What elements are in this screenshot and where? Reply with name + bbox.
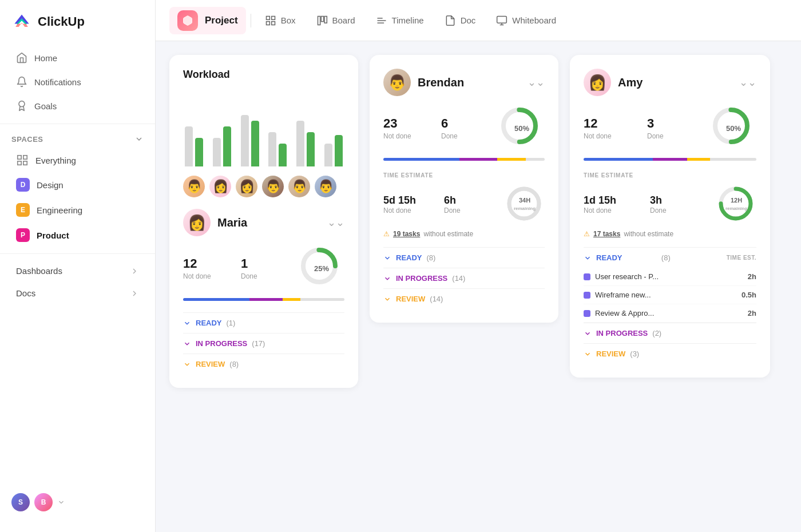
amy-pb-yellow bbox=[687, 158, 710, 161]
bar-gray-5 bbox=[296, 121, 304, 166]
brendan-time-label: TIME ESTIMATE bbox=[383, 172, 545, 178]
svg-rect-9 bbox=[318, 16, 320, 25]
sidebar-item-everything[interactable]: Everything bbox=[5, 149, 150, 172]
task-item-3[interactable]: Review & Appro... 2h bbox=[584, 304, 756, 323]
brendan-ready-row[interactable]: READY (8) bbox=[383, 247, 545, 268]
user-avatar-s[interactable]: S bbox=[11, 493, 30, 511]
sidebar-item-goals[interactable]: Goals bbox=[5, 94, 150, 117]
sidebar-item-product[interactable]: P Product bbox=[5, 223, 150, 247]
maria-chevron[interactable]: ⌄⌄ bbox=[327, 216, 344, 229]
amy-review-row[interactable]: REVIEW (3) bbox=[584, 343, 756, 364]
maria-review-label: REVIEW bbox=[196, 360, 225, 368]
svg-rect-1 bbox=[18, 156, 21, 159]
amy-time-nd-label: Not done bbox=[584, 207, 650, 215]
bar-group-4 bbox=[267, 98, 289, 166]
amy-donut: 50% bbox=[711, 105, 756, 151]
dashboards-label: Dashboards bbox=[16, 266, 62, 276]
sidebar-item-engineering[interactable]: E Engineering bbox=[5, 198, 150, 222]
amy-time: TIME ESTIMATE 1d 15h Not done 3h Done bbox=[584, 172, 756, 238]
brendan-info: 👨 Brendan bbox=[383, 69, 464, 96]
amy-time-total: 12H remaining bbox=[725, 197, 747, 212]
topnav-doc[interactable]: Doc bbox=[435, 10, 485, 31]
maria-done-num: 1 bbox=[241, 256, 299, 271]
sidebar-item-goals-label: Goals bbox=[34, 101, 57, 111]
amy-ready-row[interactable]: READY (8) TIME EST. bbox=[584, 247, 756, 268]
sidebar-item-notifications[interactable]: Notifications bbox=[5, 70, 150, 93]
amy-ready-count: (8) bbox=[661, 253, 722, 262]
svg-rect-4 bbox=[23, 161, 27, 165]
workload-chart bbox=[183, 92, 344, 166]
cube-icon bbox=[182, 15, 193, 26]
amy-not-done-num: 12 bbox=[584, 116, 647, 131]
amy-info: 👩 Amy bbox=[584, 69, 643, 96]
amy-warning-tasks[interactable]: 17 tasks bbox=[593, 230, 620, 238]
sidebar: ClickUp Home Notifications Goals Spaces … bbox=[0, 0, 156, 532]
svg-rect-5 bbox=[266, 16, 269, 19]
chevron-right-icon-2 bbox=[130, 289, 139, 298]
amy-card: 👩 Amy ⌄⌄ 12 Not done 3 Done bbox=[570, 55, 770, 378]
bar-green-1 bbox=[195, 138, 203, 166]
amy-chevron[interactable]: ⌄⌄ bbox=[739, 76, 756, 89]
brendan-chevron[interactable]: ⌄⌄ bbox=[528, 76, 545, 89]
brendan-time-d-num: 6h bbox=[444, 194, 505, 207]
topnav-board[interactable]: Board bbox=[307, 10, 364, 31]
design-badge: D bbox=[16, 178, 30, 192]
docs-label: Docs bbox=[16, 288, 35, 298]
brendan-review-row[interactable]: REVIEW (14) bbox=[383, 288, 545, 309]
nav-divider bbox=[0, 124, 155, 124]
nav-divider-2 bbox=[0, 253, 155, 254]
brendan-time-total: 34H remaining bbox=[514, 197, 536, 212]
maria-pb-gray bbox=[300, 298, 344, 301]
maria-review-row[interactable]: REVIEW (8) bbox=[183, 354, 344, 374]
sidebar-item-home[interactable]: Home bbox=[5, 46, 150, 69]
user-avatar-b[interactable]: B bbox=[34, 493, 53, 511]
brendan-pb-blue bbox=[383, 158, 459, 161]
bar-gray-4 bbox=[268, 132, 276, 166]
maria-stats: 12 Not done 1 Done 25% bbox=[183, 245, 344, 291]
avatar-4: 👨 bbox=[262, 176, 284, 197]
maria-avatar-face: 👩 bbox=[188, 214, 206, 232]
svg-rect-8 bbox=[271, 21, 275, 25]
sidebar-item-design[interactable]: D Design bbox=[5, 173, 150, 197]
project-icon bbox=[177, 10, 198, 31]
sidebar-item-docs[interactable]: Docs bbox=[5, 283, 150, 304]
task-item-2[interactable]: Wireframe new... 0.5h bbox=[584, 286, 756, 304]
maria-progress-row[interactable]: IN PROGRESS (17) bbox=[183, 333, 344, 354]
maria-progress-count: (17) bbox=[252, 339, 265, 348]
topnav-box[interactable]: Box bbox=[256, 10, 305, 31]
warning-icon-amy: ⚠ bbox=[584, 230, 590, 238]
maria-ready-row[interactable]: READY (1) bbox=[183, 312, 344, 333]
brendan-not-done-num: 23 bbox=[383, 116, 441, 131]
brendan-time: TIME ESTIMATE 5d 15h Not done 6h Done bbox=[383, 172, 545, 238]
amy-progress-row[interactable]: IN PROGRESS (2) bbox=[584, 323, 756, 343]
maria-not-done-num: 12 bbox=[183, 256, 241, 271]
home-icon bbox=[16, 52, 27, 63]
topnav-whiteboard[interactable]: Whiteboard bbox=[487, 10, 565, 31]
amy-time-d-num: 3h bbox=[650, 194, 716, 207]
svg-rect-2 bbox=[23, 156, 27, 159]
topnav-project[interactable]: Project bbox=[169, 7, 246, 34]
task-item-1-left: User research - P... bbox=[584, 272, 659, 281]
task-item-1[interactable]: User research - P... 2h bbox=[584, 268, 756, 286]
avatar-5: 👨 bbox=[288, 176, 310, 197]
avatar-6: 👨 bbox=[315, 176, 336, 197]
brendan-task-sections: READY (8) IN PROGRESS (14) REVIEW (14) bbox=[383, 247, 545, 309]
amy-time-row: 1d 15h Not done 3h Done 12H bbox=[584, 184, 756, 224]
amy-not-done: 12 Not done bbox=[584, 116, 647, 140]
sidebar-item-dashboards[interactable]: Dashboards bbox=[5, 260, 150, 281]
amy-avatar-face: 👩 bbox=[588, 74, 606, 92]
chevron-right-icon bbox=[130, 267, 139, 276]
avatar-2: 👩 bbox=[209, 176, 231, 197]
brendan-warning-tasks[interactable]: 19 tasks bbox=[393, 230, 420, 238]
topnav-timeline[interactable]: Timeline bbox=[367, 10, 433, 31]
amy-time-donut: 12H remaining bbox=[716, 184, 756, 224]
maria-pb-purple bbox=[249, 298, 283, 301]
bar-group-2 bbox=[211, 98, 233, 166]
topnav-project-label: Project bbox=[205, 15, 238, 26]
task-item-3-left: Review & Appro... bbox=[584, 309, 654, 317]
brendan-pb-yellow bbox=[497, 158, 526, 161]
chevron-down-icon-progress bbox=[183, 340, 191, 348]
trophy-icon bbox=[16, 100, 27, 112]
chevron-down-small-icon[interactable] bbox=[57, 498, 65, 506]
brendan-progress-row[interactable]: IN PROGRESS (14) bbox=[383, 268, 545, 288]
